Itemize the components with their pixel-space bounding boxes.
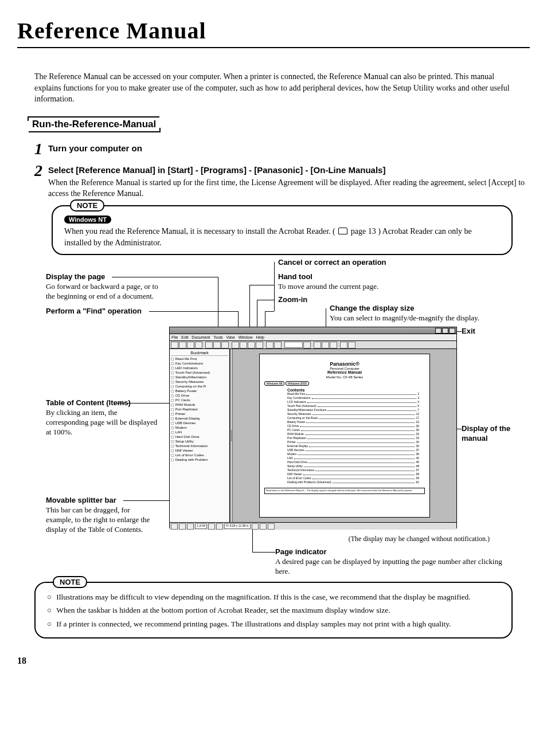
bookmark-item[interactable]: Battery Power — [171, 388, 228, 393]
step-number-1: 1 — [34, 141, 42, 157]
zoom-dropdown-icon[interactable] — [303, 342, 311, 348]
bookmark-item[interactable]: Security Measures — [171, 379, 228, 383]
bookmark-item[interactable]: Dealing with Problem — [171, 457, 228, 461]
step-number-2: 2 — [34, 163, 42, 179]
note2-item: If a printer is connected, we recommend … — [47, 618, 500, 630]
acrobat-titlebar — [170, 327, 456, 334]
sb-layout3-icon[interactable] — [268, 523, 275, 530]
bookmark-item[interactable]: Technical Information — [171, 443, 228, 448]
bookmark-item[interactable]: USB Devices — [171, 420, 228, 425]
callout-page-indicator-title: Page indicator — [275, 547, 505, 557]
fit-width-icon[interactable] — [322, 342, 329, 348]
diagram-caption: (The display may be changed without noti… — [349, 535, 490, 543]
callout-page-indicator-desc: A desired page can be displayed by input… — [275, 557, 505, 577]
bookmark-item[interactable]: CD Drive — [171, 393, 228, 397]
page-indicator-field[interactable]: 1 of 64 — [195, 523, 207, 529]
menu-edit[interactable]: Edit — [181, 335, 188, 339]
step-1: 1 Turn your computer on — [34, 141, 530, 157]
select-text-icon[interactable] — [221, 342, 229, 348]
sb-layout2-icon[interactable] — [260, 523, 267, 530]
menu-help[interactable]: Help — [256, 335, 264, 339]
open-icon[interactable] — [171, 342, 178, 348]
doc-contents-label: Contents — [287, 388, 425, 392]
prev-page-icon[interactable] — [240, 342, 247, 348]
bookmark-item[interactable]: Modem — [171, 425, 228, 429]
bookmark-item[interactable]: LAN — [171, 429, 228, 434]
doc-os-row: Windows 98 Windows 2000 — [264, 381, 425, 386]
step-desc-2: When the Reference Manual is started up … — [48, 177, 530, 199]
zoom-field[interactable] — [284, 342, 303, 348]
bookmark-item[interactable]: Touch Pad (Advanced) — [171, 370, 228, 374]
doc-footnote: Illustrations in this Reference Manual .… — [264, 488, 425, 493]
toc-row: Read Me First2 — [287, 392, 419, 396]
note-text-1: When you read the Reference Manual, it i… — [64, 226, 500, 248]
bookmark-item[interactable]: Printer — [171, 411, 228, 416]
bookmark-item[interactable]: Computing on the R — [171, 383, 228, 388]
zoom-in-icon[interactable] — [213, 342, 221, 348]
callout-find-title: Perform a "Find" operation — [46, 307, 161, 316]
fit-page-icon[interactable] — [314, 342, 321, 348]
toc-row: Key Combinations3 — [287, 396, 419, 400]
redo-icon[interactable] — [274, 342, 282, 348]
undo-icon[interactable] — [266, 342, 274, 348]
note2-item: When the taskbar is hidden at the bottom… — [47, 605, 500, 616]
bookmark-header: Bookmark — [171, 350, 228, 356]
bookmark-item[interactable]: List of Error Codes — [171, 452, 228, 457]
sb-next-icon[interactable] — [216, 523, 223, 530]
acrobat-menubar[interactable]: File Edit Document Tools View Window Hel… — [170, 334, 456, 341]
bookmark-item[interactable]: Key Combinations — [171, 361, 228, 365]
callout-size-desc: You can select to magnify/de-magnify the… — [330, 314, 513, 323]
single-page-icon[interactable] — [171, 523, 178, 530]
menu-document[interactable]: Document — [192, 335, 210, 339]
bookmark-item[interactable]: Standby/Hibernation — [171, 374, 228, 379]
hand-tool-icon[interactable] — [205, 342, 213, 348]
menu-window[interactable]: Window — [239, 335, 253, 339]
bookmark-item[interactable]: LED Indicators — [171, 365, 228, 370]
menu-view[interactable]: View — [226, 335, 235, 339]
maximize-icon[interactable] — [442, 328, 448, 334]
next-page-icon[interactable] — [248, 342, 255, 348]
callout-exit-title: Exit — [462, 327, 475, 336]
bookmark-item[interactable]: Hard Disk Drive — [171, 434, 228, 438]
bookmark-item[interactable]: Setup Utility — [171, 438, 228, 443]
save-icon[interactable] — [179, 342, 186, 348]
menu-file[interactable]: File — [171, 335, 178, 339]
toc-row: RAM Module32 — [287, 432, 419, 436]
bookmark-item[interactable]: Read Me First — [171, 356, 228, 361]
find-icon[interactable] — [340, 342, 347, 348]
doc-contents-list: Read Me First2Key Combinations3LCD Indic… — [287, 392, 419, 484]
bookmark-item[interactable]: Port Replicator — [171, 406, 228, 411]
close-icon[interactable] — [449, 328, 455, 334]
facing-icon[interactable] — [187, 523, 194, 530]
note2-item: Illustrations may be difficult to view d… — [47, 592, 500, 603]
page-number: 18 — [17, 656, 530, 666]
toc-row: Modem39 — [287, 452, 419, 456]
search-icon[interactable] — [348, 342, 355, 348]
step-title-2: Select [Reference Manual] in [Start] - [… — [48, 165, 530, 175]
note2-list: Illustrations may be difficult to view d… — [47, 592, 500, 630]
print-icon[interactable] — [187, 342, 194, 348]
callout-size-title: Change the display size — [330, 304, 513, 314]
toc-row: CD Drive26 — [287, 424, 419, 428]
sb-layout1-icon[interactable] — [252, 523, 259, 530]
callout-display-manual-title: Display of the manual — [462, 424, 530, 444]
bookmark-item[interactable]: PC Cards — [171, 397, 228, 402]
toc-row: Computing on the Road17 — [287, 416, 419, 420]
doc-os-tag-2: Windows 2000 — [286, 381, 309, 386]
menu-tools[interactable]: Tools — [213, 335, 222, 339]
bookmark-item[interactable]: External Display — [171, 416, 228, 420]
last-page-icon[interactable] — [256, 342, 263, 348]
bookmark-item[interactable]: RAM Module — [171, 402, 228, 406]
step-title-1: Turn your computer on — [48, 143, 530, 153]
document-viewport[interactable]: Panasonic® Personal Computer Reference M… — [233, 349, 456, 522]
bookmark-panel[interactable]: Bookmark Read Me FirstKey CombinationsLE… — [170, 349, 230, 522]
bookmark-item[interactable]: DMI Viewer — [171, 448, 228, 452]
callout-page-indicator: Page indicator A desired page can be dis… — [275, 547, 505, 577]
minimize-icon[interactable] — [435, 328, 441, 334]
intro-paragraph: The Reference Manual can be accessed on … — [34, 71, 513, 105]
fit-visible-icon[interactable] — [330, 342, 337, 348]
continuous-icon[interactable] — [179, 523, 186, 530]
sb-prev-icon[interactable] — [208, 523, 215, 530]
first-page-icon[interactable] — [232, 342, 239, 348]
nav-icon[interactable] — [195, 342, 202, 348]
